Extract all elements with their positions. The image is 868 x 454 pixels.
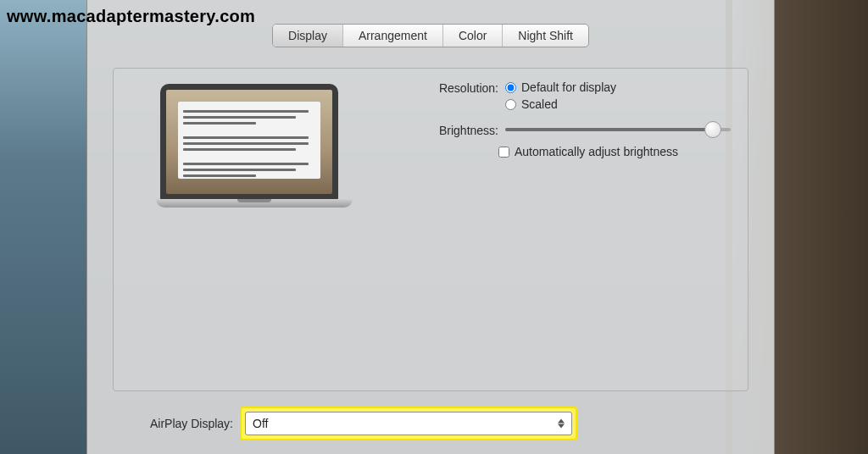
- auto-brightness-label: Automatically adjust brightness: [515, 145, 678, 158]
- tab-night-shift[interactable]: Night Shift: [503, 25, 588, 47]
- brightness-fill: [505, 128, 713, 131]
- airplay-highlight: Off: [242, 408, 576, 439]
- airplay-value: Off: [253, 417, 565, 430]
- resolution-label: Resolution:: [407, 80, 505, 95]
- auto-brightness-input[interactable]: [498, 147, 509, 158]
- resolution-scaled-radio[interactable]: Scaled: [505, 97, 731, 111]
- radio-input-scaled[interactable]: [505, 99, 516, 110]
- laptop-base-icon: [156, 199, 353, 208]
- tab-arrangement[interactable]: Arrangement: [343, 25, 443, 47]
- radio-input-default[interactable]: [505, 82, 516, 93]
- airplay-row: AirPlay Display: Off: [113, 408, 576, 439]
- airplay-dropdown[interactable]: Off: [245, 412, 572, 435]
- tab-color[interactable]: Color: [443, 25, 503, 47]
- resolution-scaled-label: Scaled: [521, 97, 558, 111]
- tab-bar: Display Arrangement Color Night Shift: [87, 24, 774, 47]
- displays-preference-pane: Display Arrangement Color Night Shift: [86, 0, 775, 454]
- brightness-slider[interactable]: [505, 128, 731, 131]
- resolution-default-radio[interactable]: Default for display: [505, 80, 731, 94]
- display-settings: Resolution: Default for display Scaled B…: [407, 80, 731, 158]
- brightness-thumb[interactable]: [704, 121, 721, 138]
- tab-display[interactable]: Display: [273, 25, 343, 47]
- brightness-label: Brightness:: [407, 123, 505, 137]
- device-thumbnail: [156, 84, 342, 208]
- auto-brightness-checkbox[interactable]: Automatically adjust brightness: [498, 145, 731, 158]
- content-area: Resolution: Default for display Scaled B…: [113, 68, 748, 391]
- segmented-control: Display Arrangement Color Night Shift: [272, 24, 589, 47]
- resolution-default-label: Default for display: [521, 80, 616, 94]
- airplay-label: AirPlay Display:: [113, 417, 242, 430]
- chevron-up-down-icon: [554, 415, 568, 432]
- watermark-url: www.macadaptermastery.com: [7, 7, 255, 26]
- laptop-screen-icon: [160, 84, 338, 200]
